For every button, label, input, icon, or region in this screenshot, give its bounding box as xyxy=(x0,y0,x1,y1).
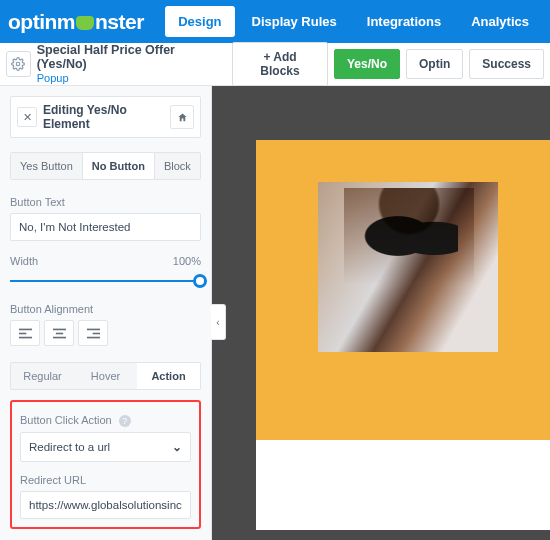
gear-icon xyxy=(11,57,25,71)
logo-text-b: m xyxy=(57,10,75,34)
click-action-select[interactable]: Redirect to a url ⌄ xyxy=(20,432,191,462)
tab-analytics[interactable]: Analytics xyxy=(458,6,542,37)
width-slider[interactable] xyxy=(10,273,201,289)
svg-rect-6 xyxy=(53,336,66,338)
home-icon xyxy=(177,112,188,123)
seg-no-button[interactable]: No Button xyxy=(82,153,154,179)
slider-track xyxy=(10,280,201,282)
state-tabs: Regular Hover Action xyxy=(10,362,201,390)
popup-preview[interactable] xyxy=(256,140,550,440)
align-center-button[interactable] xyxy=(44,320,74,346)
campaign-type[interactable]: Popup xyxy=(37,72,218,84)
svg-rect-4 xyxy=(53,328,66,330)
tab-integrations[interactable]: Integrations xyxy=(354,6,454,37)
alignment-group xyxy=(10,320,201,346)
seg-yes-button[interactable]: Yes Button xyxy=(11,153,82,179)
popup-image[interactable] xyxy=(318,182,498,352)
svg-point-0 xyxy=(17,62,21,66)
sidebar: ✕ Editing Yes/No Element Yes Button No B… xyxy=(0,86,212,540)
svg-rect-3 xyxy=(19,336,32,338)
svg-rect-9 xyxy=(87,336,100,338)
add-blocks-button[interactable]: + Add Blocks xyxy=(232,42,328,86)
svg-rect-2 xyxy=(19,332,26,334)
view-switcher: Yes/No Optin Success xyxy=(334,49,544,79)
collapse-sidebar-button[interactable]: ‹ xyxy=(211,304,226,340)
top-bar: optinmnster Design Display Rules Integra… xyxy=(0,0,550,43)
width-label: Width xyxy=(10,255,38,267)
svg-rect-7 xyxy=(87,328,100,330)
redirect-url-input[interactable] xyxy=(20,491,191,519)
editing-header: ✕ Editing Yes/No Element xyxy=(10,96,201,138)
view-yesno[interactable]: Yes/No xyxy=(334,49,400,79)
close-editor-button[interactable]: ✕ xyxy=(17,107,37,127)
editing-title: Editing Yes/No Element xyxy=(43,103,164,131)
action-panel-highlight: Button Click Action ? Redirect to a url … xyxy=(10,400,201,529)
click-action-label: Button Click Action ? xyxy=(20,414,191,427)
tab-design[interactable]: Design xyxy=(165,6,234,37)
align-left-button[interactable] xyxy=(10,320,40,346)
button-selector: Yes Button No Button Block xyxy=(10,152,201,180)
width-value: 100% xyxy=(173,255,201,267)
logo: optinmnster xyxy=(8,10,144,34)
align-left-icon xyxy=(19,328,32,339)
chevron-down-icon: ⌄ xyxy=(172,440,182,454)
chevron-left-icon: ‹ xyxy=(216,317,219,328)
campaign-title: Special Half Price Offer (Yes/No) xyxy=(37,44,218,72)
seg-block[interactable]: Block xyxy=(154,153,200,179)
state-hover[interactable]: Hover xyxy=(74,363,137,389)
state-action[interactable]: Action xyxy=(137,363,200,389)
tab-display-rules[interactable]: Display Rules xyxy=(239,6,350,37)
canvas[interactable]: ‹ xyxy=(212,86,550,540)
align-center-icon xyxy=(53,328,66,339)
home-button[interactable] xyxy=(170,105,194,129)
main: ✕ Editing Yes/No Element Yes Button No B… xyxy=(0,86,550,540)
state-regular[interactable]: Regular xyxy=(11,363,74,389)
view-optin[interactable]: Optin xyxy=(406,49,463,79)
help-icon[interactable]: ? xyxy=(119,415,131,427)
campaign-info: Special Half Price Offer (Yes/No) Popup xyxy=(37,44,218,84)
align-right-button[interactable] xyxy=(78,320,108,346)
redirect-url-label: Redirect URL xyxy=(20,474,191,486)
sub-bar: Special Half Price Offer (Yes/No) Popup … xyxy=(0,43,550,86)
view-success[interactable]: Success xyxy=(469,49,544,79)
button-text-input[interactable] xyxy=(10,213,201,241)
align-right-icon xyxy=(87,328,100,339)
logo-text-a: optin xyxy=(8,10,57,34)
close-icon: ✕ xyxy=(23,111,32,124)
top-nav: Design Display Rules Integrations Analyt… xyxy=(165,6,542,37)
logo-text-c: nster xyxy=(95,10,144,34)
settings-button[interactable] xyxy=(6,51,31,77)
svg-rect-1 xyxy=(19,328,32,330)
svg-rect-8 xyxy=(92,332,99,334)
popup-sheet xyxy=(256,440,550,530)
logo-mascot-icon xyxy=(76,16,94,30)
button-text-label: Button Text xyxy=(10,196,201,208)
slider-thumb[interactable] xyxy=(193,274,207,288)
svg-rect-5 xyxy=(55,332,62,334)
click-action-value: Redirect to a url xyxy=(29,441,110,453)
alignment-label: Button Alignment xyxy=(10,303,201,315)
